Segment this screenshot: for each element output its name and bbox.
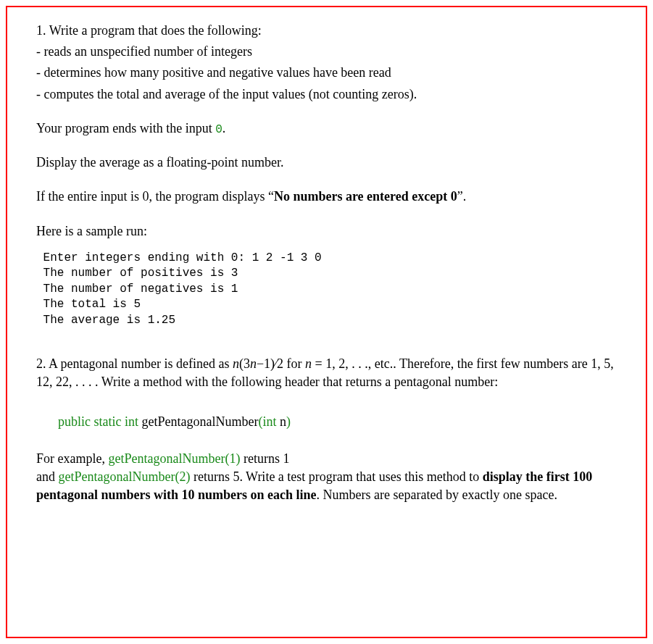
sig-param: n: [280, 414, 286, 429]
q1-heading: 1. Write a program that does the followi…: [36, 22, 617, 40]
sample-line-5: The average is 1.25: [36, 314, 175, 327]
q1-display-avg: Display the average as a floating-point …: [36, 154, 617, 172]
q2-post: . Numbers are separated by exactly one s…: [317, 488, 557, 502]
q1-ends-post: .: [222, 121, 226, 135]
q2-formula-mid1: (3: [239, 356, 250, 371]
sig-method-name: getPentagonalNumber: [141, 414, 258, 429]
q2-call-2: getPentagonalNumber(2): [59, 469, 191, 484]
sig-paren-close: ): [286, 414, 291, 429]
q1-bullet-1: - reads an unspecified number of integer…: [36, 43, 617, 61]
q1-zero-literal: 0: [215, 123, 222, 136]
q2-and-pre: and: [36, 469, 59, 484]
q2-intro-pre: 2. A pentagonal number is defined as: [36, 356, 233, 371]
q2-call-1: getPentagonalNumber(1): [108, 451, 240, 466]
q1-ends-with: Your program ends with the input 0.: [36, 120, 617, 138]
q1-bullet-3: - computes the total and average of the …: [36, 85, 617, 104]
q1-if-zero-post: ”.: [457, 189, 467, 204]
q2-ret-2: returns 5. Write a test program that use…: [190, 469, 482, 484]
sample-line-1: Enter integers ending with 0: 1 2 -1 3 0: [36, 251, 322, 264]
sig-int-kw: int: [262, 414, 276, 429]
q1-if-zero: If the entire input is 0, the program di…: [36, 188, 617, 206]
q2-formula-n3: n: [305, 356, 312, 371]
document-frame: 1. Write a program that does the followi…: [6, 6, 647, 638]
q2-example-pre: For example,: [36, 451, 108, 466]
q2-intro: 2. A pentagonal number is defined as n(3…: [36, 355, 617, 391]
q2-example: For example, getPentagonalNumber(1) retu…: [36, 450, 617, 505]
sample-line-4: The total is 5: [36, 298, 141, 311]
q2-method-signature: public static int getPentagonalNumber(in…: [58, 414, 617, 430]
q1-sample-output: Enter integers ending with 0: 1 2 -1 3 0…: [36, 251, 617, 329]
q2-formula-n2: n: [250, 356, 257, 371]
sample-line-2: The number of positives is 3: [36, 267, 238, 280]
sig-public-static-int: public static int: [58, 414, 138, 429]
q1-bullet-2: - determines how many positive and negat…: [36, 64, 617, 82]
q2-formula-n1: n: [233, 356, 239, 371]
q1-if-zero-bold: No numbers are entered except 0: [274, 189, 457, 204]
q1-if-zero-pre: If the entire input is 0, the program di…: [36, 189, 274, 204]
q1-ends-pre: Your program ends with the input: [36, 121, 215, 135]
q1-sample-run-label: Here is a sample run:: [36, 222, 617, 241]
q2-ret-1: returns 1: [240, 451, 289, 466]
sample-line-3: The number of negatives is 1: [36, 283, 238, 296]
q2-formula-mid2: −1)⁄2 for: [257, 356, 305, 371]
